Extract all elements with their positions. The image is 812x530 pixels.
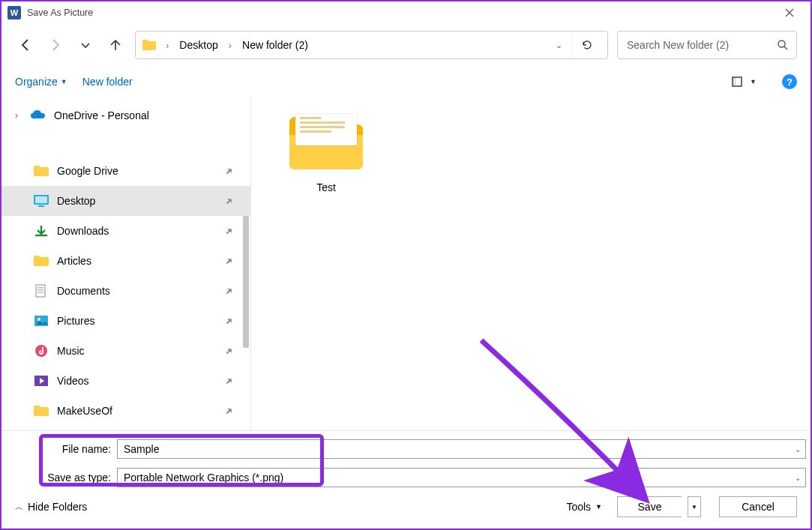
folder-icon	[33, 164, 49, 178]
chevron-up-icon: ︿	[15, 502, 23, 513]
address-bar[interactable]: › Desktop › New folder (2) ⌄	[135, 31, 608, 59]
pin-icon	[225, 256, 234, 265]
chevron-right-icon[interactable]: ›	[163, 40, 172, 51]
folder-icon	[33, 254, 49, 268]
save-button[interactable]: Save	[617, 496, 682, 517]
folder-item-label: Test	[281, 181, 371, 193]
svg-rect-6	[36, 285, 45, 297]
organize-button[interactable]: Organize ▼	[15, 76, 67, 88]
videos-icon	[33, 374, 49, 388]
toolbar: Organize ▼ New folder ▼ ?	[1, 70, 811, 97]
chevron-right-icon[interactable]: ›	[10, 110, 22, 121]
pin-icon	[225, 196, 234, 205]
search-icon	[777, 39, 789, 51]
view-options-button[interactable]: ▼	[732, 76, 757, 87]
back-button[interactable]	[15, 34, 36, 55]
refresh-button[interactable]	[571, 31, 601, 58]
tree-item-label: Pictures	[57, 315, 229, 327]
pin-icon	[225, 166, 234, 175]
tree-item-label: Documents	[57, 285, 229, 297]
tree-item[interactable]: Google Drive	[1, 156, 250, 186]
pin-icon	[225, 316, 234, 325]
body-area: › OneDrive - Personal Google DriveDeskto…	[1, 97, 811, 430]
tree-item[interactable]: Articles	[1, 246, 250, 276]
svg-rect-2	[733, 77, 736, 86]
tree-item-label: Music	[57, 345, 229, 357]
caret-down-icon: ▼	[691, 504, 697, 511]
caret-down-icon: ▼	[750, 78, 757, 85]
title-bar: W Save As Picture	[1, 1, 811, 24]
close-button[interactable]	[775, 2, 805, 23]
tree-item[interactable]: Videos	[1, 366, 250, 396]
nav-tree: › OneDrive - Personal Google DriveDeskto…	[1, 97, 250, 430]
word-app-icon: W	[7, 6, 21, 19]
tree-item-label: Videos	[57, 375, 229, 387]
svg-point-11	[37, 318, 40, 321]
tree-item-label: OneDrive - Personal	[54, 109, 229, 121]
tree-item-label: Articles	[57, 255, 229, 267]
pictures-icon	[33, 314, 49, 328]
tree-item[interactable]: Pictures	[1, 306, 250, 336]
tree-item[interactable]: MakeUseOf	[1, 396, 250, 426]
filename-label: File name:	[1, 443, 117, 455]
file-list[interactable]: Test	[250, 97, 811, 430]
svg-rect-4	[35, 196, 47, 203]
caret-down-icon: ▼	[595, 503, 602, 511]
pin-icon	[225, 346, 234, 355]
pin-icon	[225, 286, 234, 295]
desktop-icon	[33, 194, 49, 208]
tree-item-label: MakeUseOf	[57, 405, 229, 417]
search-box[interactable]	[617, 31, 797, 59]
tree-item-label: Downloads	[57, 225, 229, 237]
filename-input[interactable]: Sample ⌄	[117, 439, 806, 459]
savetype-dropdown[interactable]: Portable Network Graphics (*.png) ⌄	[117, 468, 806, 487]
onedrive-icon	[30, 109, 46, 122]
tools-dropdown[interactable]: Tools ▼	[566, 501, 602, 513]
chevron-right-icon[interactable]: ›	[226, 40, 235, 51]
search-input[interactable]	[625, 38, 777, 52]
tree-item-label: Google Drive	[57, 165, 229, 177]
chevron-down-icon[interactable]: ⌄	[795, 445, 801, 454]
chevron-down-icon[interactable]: ⌄	[556, 40, 562, 50]
breadcrumb-newfolder2[interactable]: New folder (2)	[241, 36, 310, 54]
breadcrumb-desktop[interactable]: Desktop	[178, 36, 219, 54]
save-as-dialog: W Save As Picture › Desktop › New folder…	[0, 0, 812, 530]
folder-icon	[285, 108, 367, 174]
recent-locations-button[interactable]	[75, 34, 96, 55]
filename-section: File name: Sample ⌄ Save as type: Portab…	[1, 430, 811, 490]
folder-icon	[142, 39, 157, 51]
pin-icon	[225, 376, 234, 385]
music-icon	[33, 344, 49, 358]
downloads-icon	[33, 224, 49, 238]
svg-rect-7	[37, 287, 43, 289]
help-button[interactable]: ?	[782, 74, 797, 89]
forward-button[interactable]	[45, 34, 66, 55]
svg-rect-5	[38, 205, 44, 207]
svg-rect-8	[37, 289, 43, 291]
tree-item-onedrive[interactable]: › OneDrive - Personal	[1, 100, 250, 130]
caret-down-icon: ▼	[61, 78, 67, 85]
chevron-down-icon[interactable]: ⌄	[795, 474, 801, 482]
tree-item[interactable]: Documents	[1, 276, 250, 306]
folder-icon	[33, 404, 49, 418]
nav-bar: › Desktop › New folder (2) ⌄	[1, 24, 811, 66]
tree-item[interactable]: Music	[1, 336, 250, 366]
svg-rect-9	[37, 292, 43, 293]
pin-icon	[225, 406, 234, 415]
organize-label: Organize	[15, 76, 58, 88]
documents-icon	[33, 284, 49, 298]
tree-item[interactable]: Downloads	[1, 216, 250, 246]
up-button[interactable]	[105, 34, 126, 55]
scrollbar-thumb[interactable]	[243, 216, 249, 348]
folder-item-test[interactable]: Test	[281, 108, 371, 193]
new-folder-button[interactable]: New folder	[82, 76, 133, 88]
cancel-button[interactable]: Cancel	[719, 496, 797, 517]
svg-point-0	[778, 40, 785, 47]
pin-icon	[225, 226, 234, 235]
tree-item-label: Desktop	[57, 195, 229, 207]
hide-folders-button[interactable]: ︿ Hide Folders	[15, 501, 87, 513]
savetype-label: Save as type:	[1, 472, 117, 484]
save-dropdown-button[interactable]: ▼	[688, 496, 701, 517]
tree-item[interactable]: Desktop	[1, 186, 250, 216]
view-icon	[732, 76, 745, 87]
